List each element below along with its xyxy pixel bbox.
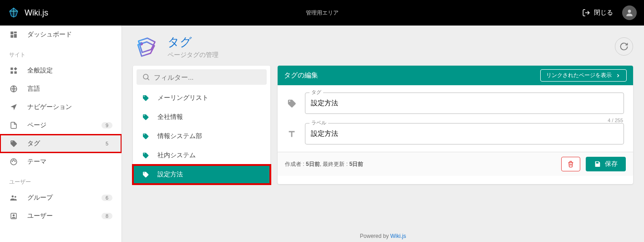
- main-content: タグ ページタグの管理 メーリングリスト 全社情報: [122, 26, 644, 242]
- tags-list-panel: メーリングリスト 全社情報 情報システム部 社内システム 設定方法: [133, 66, 270, 184]
- tag-list-item[interactable]: 全社情報: [133, 108, 270, 127]
- user-avatar[interactable]: [622, 5, 637, 20]
- svg-rect-7: [10, 72, 13, 74]
- svg-point-11: [12, 161, 13, 162]
- refresh-button[interactable]: [615, 37, 633, 56]
- tag-icon: [142, 113, 149, 121]
- svg-point-15: [15, 196, 16, 198]
- label-field-input[interactable]: [305, 123, 624, 144]
- linked-pages-label: リンクされたページを表示: [546, 72, 612, 79]
- svg-point-18: [140, 42, 142, 45]
- svg-point-14: [12, 196, 14, 198]
- tag-icon: [287, 98, 298, 108]
- tags-hero-icon: [133, 33, 160, 60]
- tag-list-item[interactable]: 情報システム部: [133, 127, 270, 146]
- tag-icon: [142, 94, 149, 102]
- exit-icon: [582, 9, 590, 17]
- logo-icon: [7, 6, 20, 19]
- footer-link[interactable]: Wiki.js: [390, 233, 406, 239]
- page-footer: Powered by Wiki.js: [122, 230, 644, 242]
- sidebar-item-label: ダッシュボード: [27, 31, 72, 39]
- sidebar-item-label: ナビゲーション: [27, 103, 72, 111]
- admin-sidebar: ダッシュボード サイト 全般設定 言語 ナビゲーション ページ 9 タグ 5 テ…: [0, 26, 122, 242]
- sidebar-badge: 8: [101, 213, 112, 219]
- trash-icon: [567, 160, 574, 168]
- user-icon: [9, 211, 18, 221]
- sidebar-badge: 9: [101, 122, 112, 129]
- near-me-icon: [9, 103, 18, 112]
- tag-icon: [142, 171, 149, 178]
- svg-rect-6: [14, 67, 17, 70]
- sidebar-item-label: グループ: [27, 194, 53, 202]
- tag-icon: [142, 152, 149, 159]
- tag-list-item-selected[interactable]: 設定方法: [133, 165, 270, 184]
- tag-field-wrap: タグ: [305, 93, 624, 114]
- page-subtitle: ページタグの管理: [167, 51, 218, 59]
- svg-point-19: [143, 74, 148, 79]
- tag-label: メーリングリスト: [157, 94, 208, 102]
- save-label: 保存: [605, 160, 618, 168]
- sidebar-item-label: 全般設定: [27, 67, 53, 75]
- page-header: タグ ページタグの管理: [133, 33, 633, 60]
- form-row-label: ラベル: [287, 123, 624, 144]
- page-title: タグ: [167, 34, 218, 50]
- sidebar-section-users: ユーザー: [0, 171, 122, 189]
- sidebar-item-groups[interactable]: グループ 6: [0, 189, 122, 207]
- tag-list-item[interactable]: メーリングリスト: [133, 88, 270, 108]
- footer-actions: 保存: [561, 157, 626, 171]
- sidebar-item-pages[interactable]: ページ 9: [0, 116, 122, 134]
- globe-icon: [9, 84, 18, 93]
- app-header: Wiki.js 管理用エリア 閉じる: [0, 0, 644, 26]
- tag-edit-panel: タグの編集 リンクされたページを表示 タグ 4 / 255: [278, 66, 633, 184]
- filter-input-wrap[interactable]: [137, 69, 267, 85]
- tag-list-item[interactable]: 社内システム: [133, 146, 270, 165]
- text-icon: [287, 129, 298, 139]
- save-icon: [594, 160, 601, 168]
- sidebar-item-label: 言語: [27, 85, 40, 93]
- svg-point-0: [628, 10, 631, 13]
- page-icon: [9, 121, 18, 130]
- sidebar-item-label: タグ: [27, 139, 40, 148]
- search-icon: [142, 73, 150, 81]
- svg-point-13: [15, 161, 15, 162]
- tag-label: 社内システム: [157, 151, 196, 160]
- sidebar-item-theme[interactable]: テーマ: [0, 153, 122, 171]
- filter-input[interactable]: [154, 73, 261, 81]
- close-button[interactable]: 閉じる: [582, 9, 613, 17]
- tag-icon: [142, 133, 149, 140]
- svg-point-17: [13, 214, 15, 216]
- label-field-label: ラベル: [309, 119, 328, 126]
- logo-area: Wiki.js: [7, 6, 48, 19]
- delete-button[interactable]: [561, 157, 580, 171]
- svg-rect-3: [14, 34, 17, 38]
- header-center-text: 管理用エリア: [306, 9, 339, 17]
- chevron-right-icon: [615, 73, 621, 78]
- sidebar-item-general[interactable]: 全般設定: [0, 62, 122, 80]
- svg-rect-4: [10, 35, 13, 38]
- svg-rect-5: [10, 67, 13, 70]
- meta-text: 作成者 : 5日前, 最終更新 : 5日前: [285, 160, 363, 168]
- tag-field-label: タグ: [309, 89, 323, 96]
- panel-footer: 作成者 : 5日前, 最終更新 : 5日前 保存: [278, 152, 633, 176]
- sidebar-item-navigation[interactable]: ナビゲーション: [0, 98, 122, 116]
- tag-list: メーリングリスト 全社情報 情報システム部 社内システム 設定方法: [133, 88, 270, 184]
- panel-title: タグの編集: [284, 71, 318, 80]
- tag-label: 全社情報: [157, 113, 183, 121]
- tag-label: 情報システム部: [157, 132, 202, 140]
- svg-rect-2: [14, 31, 17, 33]
- tag-icon: [9, 139, 18, 148]
- tag-field-input[interactable]: [305, 93, 624, 114]
- sidebar-item-locale[interactable]: 言語: [0, 80, 122, 98]
- save-button[interactable]: 保存: [586, 157, 626, 171]
- linked-pages-button[interactable]: リンクされたページを表示: [540, 69, 627, 82]
- group-icon: [9, 193, 18, 202]
- sidebar-item-tags[interactable]: タグ 5: [0, 134, 122, 153]
- tag-label: 設定方法: [157, 170, 183, 179]
- sidebar-badge: 5: [101, 140, 112, 147]
- sidebar-item-dashboard[interactable]: ダッシュボード: [0, 26, 122, 44]
- sidebar-item-users[interactable]: ユーザー 8: [0, 207, 122, 225]
- dashboard-icon: [9, 30, 18, 39]
- sidebar-item-label: ユーザー: [27, 212, 53, 220]
- content-row: メーリングリスト 全社情報 情報システム部 社内システム 設定方法: [133, 66, 633, 184]
- header-actions: 閉じる: [582, 5, 637, 20]
